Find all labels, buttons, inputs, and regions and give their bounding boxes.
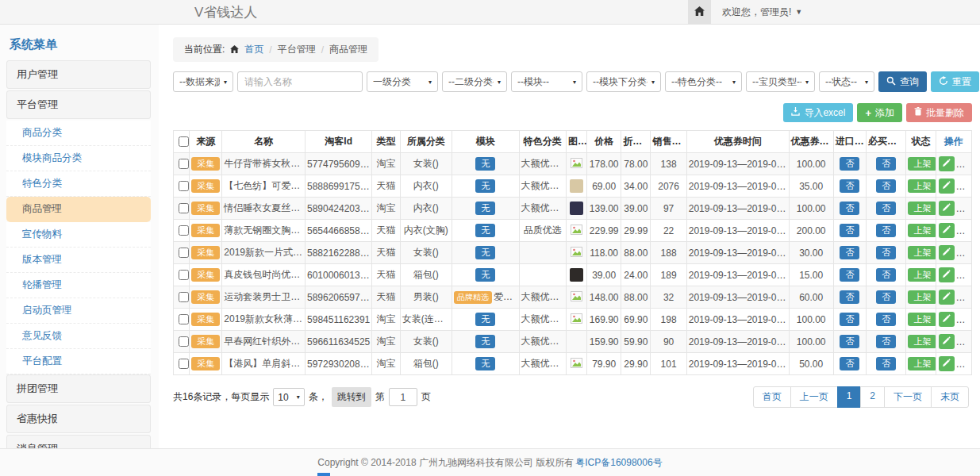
import-select-toggle[interactable]: 否 — [840, 246, 859, 260]
import-select-toggle[interactable]: 否 — [840, 268, 859, 282]
import-select-toggle[interactable]: 否 — [840, 313, 859, 327]
page-number[interactable]: 2 — [860, 386, 885, 408]
sidebar-item[interactable]: 版本管理 — [6, 248, 151, 273]
edit-button[interactable] — [939, 312, 955, 327]
cell-sales: 189 — [651, 264, 686, 286]
row-checkbox[interactable] — [179, 248, 189, 258]
status-badge[interactable]: 上架 — [908, 224, 936, 238]
cell-actions — [936, 198, 971, 220]
import-excel-button[interactable]: 导入excel — [783, 103, 853, 122]
edit-button[interactable] — [939, 245, 955, 260]
edit-button[interactable] — [939, 201, 955, 216]
row-checkbox[interactable] — [179, 181, 189, 191]
row-checkbox[interactable] — [179, 225, 189, 236]
import-select-toggle[interactable]: 否 — [840, 357, 859, 371]
per-page-select[interactable]: 10 ▾ — [273, 388, 304, 406]
filter-select-category-level2[interactable]: --二级分类--▾ — [442, 71, 507, 92]
import-select-toggle[interactable]: 否 — [840, 335, 859, 349]
row-checkbox[interactable] — [179, 159, 189, 169]
page-number[interactable]: 1 — [837, 386, 862, 408]
sidebar: 系统菜单 用户管理平台管理商品分类模块商品分类特色分类商品管理宣传物料版本管理轮… — [0, 25, 159, 448]
cell-taoke-id: 598451162391 — [305, 309, 372, 331]
filter-select-category-level1[interactable]: 一级分类▾ — [367, 71, 438, 92]
filter-select-feature-category[interactable]: --特色分类--▾ — [665, 71, 742, 92]
row-checkbox[interactable] — [179, 292, 189, 302]
edit-button[interactable] — [939, 178, 955, 194]
import-select-toggle[interactable]: 否 — [840, 224, 859, 238]
edit-button[interactable] — [939, 156, 955, 171]
must-buy-toggle[interactable]: 否 — [876, 268, 896, 282]
sidebar-item[interactable]: 轮播管理 — [6, 273, 151, 298]
must-buy-toggle[interactable]: 否 — [876, 202, 896, 216]
edit-button[interactable] — [939, 223, 955, 238]
filter-select-module[interactable]: --模块--▾ — [511, 71, 582, 92]
sidebar-item[interactable]: 用户管理 — [6, 60, 151, 89]
must-buy-toggle[interactable]: 否 — [876, 357, 896, 371]
sidebar-item[interactable]: 意见反馈 — [6, 324, 151, 349]
cell-source: 采集 — [190, 220, 222, 242]
batch-delete-button[interactable]: 批量删除 — [906, 103, 972, 122]
row-checkbox[interactable] — [179, 270, 189, 280]
reset-button[interactable]: 重置 — [931, 71, 979, 92]
page-first[interactable]: 首页 — [753, 386, 791, 408]
must-buy-toggle[interactable]: 否 — [876, 335, 896, 349]
sidebar-item[interactable]: 启动页管理 — [6, 298, 151, 324]
must-buy-toggle[interactable]: 否 — [876, 179, 896, 194]
jump-page-input[interactable] — [389, 388, 417, 406]
filter-select-item-type[interactable]: --宝贝类型--▾ — [746, 71, 815, 92]
filter-input-name[interactable] — [237, 71, 363, 92]
status-badge[interactable]: 上架 — [908, 268, 936, 282]
page-last[interactable]: 末页 — [931, 386, 969, 408]
home-button[interactable] — [688, 0, 711, 24]
sidebar-item[interactable]: 平台配置 — [6, 349, 151, 374]
import-select-toggle[interactable]: 否 — [840, 157, 859, 171]
status-badge[interactable]: 上架 — [908, 290, 936, 305]
filter-select-data-source[interactable]: --数据来源--▾ — [173, 71, 233, 92]
user-menu[interactable]: 欢迎您，管理员! ▼ — [722, 6, 802, 19]
select-all-checkbox[interactable] — [179, 136, 189, 147]
status-badge[interactable]: 上架 — [908, 246, 936, 260]
import-select-toggle[interactable]: 否 — [840, 290, 859, 305]
must-buy-toggle[interactable]: 否 — [876, 246, 896, 260]
status-badge[interactable]: 上架 — [908, 313, 936, 327]
must-buy-toggle[interactable]: 否 — [876, 224, 896, 238]
sidebar-item[interactable]: 省惠快报 — [6, 405, 151, 433]
sidebar-item[interactable]: 拼团管理 — [6, 374, 151, 403]
status-badge[interactable]: 上架 — [908, 157, 936, 171]
jump-button[interactable]: 跳转到 — [332, 387, 371, 407]
page-prev[interactable]: 上一页 — [790, 386, 838, 408]
edit-button[interactable] — [939, 290, 955, 305]
edit-button[interactable] — [939, 356, 955, 371]
edit-button[interactable] — [939, 267, 955, 282]
filter-select-module-subcategory[interactable]: --模块下分类--▾ — [586, 71, 661, 92]
sidebar-item[interactable]: 商品分类 — [6, 121, 151, 146]
row-checkbox[interactable] — [179, 203, 189, 213]
sidebar-item[interactable]: 模块商品分类 — [6, 146, 151, 171]
status-badge[interactable]: 上架 — [908, 202, 936, 216]
search-button[interactable]: 查询 — [878, 71, 927, 92]
column-header: 来源 — [190, 131, 222, 153]
row-checkbox[interactable] — [179, 359, 189, 369]
edit-button[interactable] — [939, 334, 955, 349]
status-badge[interactable]: 上架 — [908, 357, 936, 371]
row-checkbox[interactable] — [179, 314, 189, 324]
filter-select-status[interactable]: --状态--▾ — [819, 71, 874, 92]
must-buy-toggle[interactable]: 否 — [876, 313, 896, 327]
sidebar-item[interactable]: 宣传物料 — [6, 222, 151, 248]
sidebar-item[interactable]: 商品管理 — [6, 197, 151, 222]
breadcrumb-home-link[interactable]: 首页 — [244, 43, 263, 56]
must-buy-toggle[interactable]: 否 — [876, 157, 896, 171]
page-next[interactable]: 下一页 — [884, 386, 932, 408]
sidebar-item[interactable]: 平台管理 — [6, 90, 151, 119]
status-badge[interactable]: 上架 — [908, 335, 936, 349]
icp-link[interactable]: 粤ICP备16098006号 — [575, 456, 662, 470]
must-buy-toggle[interactable]: 否 — [876, 290, 896, 305]
sidebar-item[interactable]: 特色分类 — [6, 171, 151, 197]
import-select-toggle[interactable]: 否 — [840, 179, 859, 194]
cell-icon — [566, 309, 586, 331]
row-checkbox[interactable] — [179, 336, 189, 347]
import-select-toggle[interactable]: 否 — [840, 202, 859, 216]
add-button[interactable]: + 添加 — [857, 103, 902, 122]
status-badge[interactable]: 上架 — [908, 179, 936, 194]
sidebar-item[interactable]: 消息管理 — [6, 435, 151, 448]
